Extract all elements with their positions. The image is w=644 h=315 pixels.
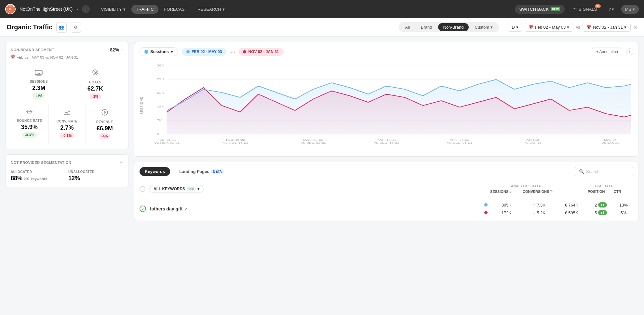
not-provided-grid: ALLOCATED 88% 291 keywords UNALLOCATED 1…: [11, 170, 123, 182]
keyword-metric-row2: 172K ⊙ 5.2K € 595K 5 +1 5%: [484, 209, 633, 217]
svg-rect-0: [35, 70, 42, 75]
svg-text:VS JAN 15: VS JAN 15: [524, 141, 542, 144]
svg-text:VS DEC, 31 '21: VS DEC, 31 '21: [447, 141, 472, 144]
svg-text:FEB, 16 '22: FEB, 16 '22: [226, 138, 245, 141]
keywords-count-badge: 290: [186, 187, 196, 191]
keyword-check-1[interactable]: ✓: [140, 206, 146, 212]
switch-back-button[interactable]: SWITCH BACK NEW: [515, 5, 565, 14]
chart-info-button[interactable]: i: [626, 48, 633, 55]
metric-bounce: BOUNCE RATE 35.9% -0.3%: [11, 104, 48, 144]
all-keywords-radio[interactable]: [140, 186, 145, 192]
segment-header: NON-BRAND SEGMENT 82% −: [11, 47, 123, 52]
signals-badge: 98: [595, 4, 601, 8]
np-unallocated-label: UNALLOCATED: [68, 170, 123, 174]
metric-sessions: SESSIONS 2.3M +1%: [11, 64, 67, 104]
legend-dot-blue: [186, 50, 190, 53]
kw-conversions-1: ⊙ 7.3K: [523, 203, 555, 208]
filter-brand[interactable]: Brand: [416, 23, 437, 31]
help-button[interactable]: ? ▾: [605, 5, 617, 14]
search-icon: 🔍: [579, 169, 584, 174]
svg-text:APR, 04 '22: APR, 04 '22: [450, 138, 469, 141]
nav-tab-research[interactable]: RESEARCH ▾: [193, 5, 229, 14]
new-badge: NEW: [551, 7, 560, 11]
keywords-filter-row: ALL KEYWORDS 290 ▾ ANALYTICS DATA GSC DA…: [134, 181, 638, 197]
tab-keywords[interactable]: Keywords: [140, 167, 170, 176]
goals-change: -1%: [89, 93, 101, 99]
kw-position-1: 2 +1: [588, 202, 614, 208]
annotation-button[interactable]: + Annotation: [592, 48, 622, 56]
goals-label: GOALS: [89, 80, 101, 84]
svg-text:MAR, 18 '22: MAR, 18 '22: [376, 138, 396, 141]
svg-text:APR 19: APR 19: [526, 138, 539, 141]
calendar-icon-1: 📅: [529, 25, 534, 30]
top-navigation: NOT ON HIGH ST NotOnTheHighStreet (UK) ▾…: [0, 0, 644, 18]
info-button[interactable]: i: [82, 5, 90, 13]
gsc-data-label: GSC DATA: [575, 184, 633, 188]
sessions-dropdown[interactable]: Sessions ▾: [140, 47, 178, 56]
np-unallocated-value: 12%: [68, 175, 123, 182]
all-keywords-button[interactable]: ALL KEYWORDS 290 ▾: [149, 185, 204, 193]
tab-landing-pages[interactable]: Landing Pages BETA: [174, 167, 229, 176]
keyword-name-1: fathers day gift ↗: [150, 206, 484, 211]
all-kw-chevron: ▾: [197, 187, 199, 191]
revenue-change: -4%: [99, 133, 111, 139]
legend-date2: NOV 02 - JAN 31: [238, 48, 283, 56]
right-panel: Sessions ▾ FEB 02 - MAY 03 vs NOV 02 - J…: [134, 42, 639, 310]
kw-ctr-1b: 5%: [614, 210, 633, 215]
calendar-icon-2: 📅: [587, 25, 592, 30]
page-header: Organic Traffic 👥 ⚙ All Brand Non-Brand …: [0, 18, 644, 36]
col-conversions-header[interactable]: CONVERSIONS ⇅: [523, 189, 555, 193]
page-title: Organic Traffic: [7, 23, 52, 31]
segment-date: 📅 FEB 02 - MAY 03 vs NOV 02 - JAN 31: [11, 55, 123, 59]
brand-filter-tabs: All Brand Non-Brand Custom ▾: [399, 22, 499, 32]
ms-button[interactable]: MS ▾: [621, 5, 639, 14]
gear-icon: ⚙: [74, 25, 78, 30]
search-input-box[interactable]: 🔍 Search: [575, 167, 633, 176]
nav-tab-traffic[interactable]: TRAFFIC: [131, 5, 158, 14]
svg-text:0: 0: [157, 132, 159, 136]
filter-nonbrand[interactable]: Non-Brand: [438, 23, 469, 31]
sessions-change: +1%: [33, 93, 45, 99]
nav-tab-forecast[interactable]: FORECAST: [160, 5, 192, 14]
nav-tab-visibility[interactable]: VISIBILITY ▾: [96, 5, 130, 14]
share-icon-button[interactable]: 👥: [56, 22, 67, 33]
visibility-chevron: ▾: [123, 7, 126, 12]
segment-pct: 82% −: [110, 47, 123, 52]
settings-icon-button[interactable]: ⚙: [71, 22, 81, 33]
signals-button[interactable]: 〜 SIGNALS 98: [569, 4, 601, 14]
site-dropdown-arrow[interactable]: ▾: [76, 7, 78, 11]
col-position-header[interactable]: POSITION: [588, 190, 614, 193]
nav-tabs: VISIBILITY ▾ TRAFFIC FORECAST RESEARCH ▾: [96, 5, 229, 14]
chart-area: 36K 29K 22K 15K 7K 0 SESSIONS: [140, 60, 633, 151]
keyword-link-1[interactable]: ↗: [184, 207, 187, 211]
revenue-icon: [101, 109, 108, 118]
filter-all[interactable]: All: [400, 23, 415, 31]
segment-title: NON-BRAND SEGMENT: [11, 48, 54, 52]
kw-sessions-1b: 172K: [490, 210, 523, 215]
help-chevron: ▾: [612, 7, 614, 12]
d-chevron: ▾: [516, 25, 518, 30]
metrics-grid-top: SESSIONS 2.3M +1% GOALS 62.7K -1%: [11, 64, 123, 104]
custom-chevron: ▾: [490, 25, 493, 30]
conv-label: CONV. RATE: [56, 120, 77, 123]
segment-card: NON-BRAND SEGMENT 82% − 📅 FEB 02 - MAY 0…: [5, 42, 129, 149]
keywords-header: Keywords Landing Pages BETA 🔍 Search: [134, 162, 638, 181]
not-provided-edit-icon[interactable]: ✏: [120, 160, 123, 165]
date-range-1-button[interactable]: 📅 Feb 02 - May 03 ▾: [525, 23, 574, 32]
close-comparison-button[interactable]: ✕: [633, 24, 637, 30]
site-name: NotOnTheHighStreet (UK): [20, 7, 73, 12]
np-allocated: ALLOCATED 88% 291 keywords: [11, 170, 66, 182]
svg-text:22K: 22K: [157, 91, 164, 94]
col-sessions-header[interactable]: SESSIONS ↓: [490, 190, 523, 193]
svg-text:7K: 7K: [157, 119, 162, 122]
kw-conversions-1b: ⊙ 5.2K: [523, 210, 555, 215]
revenue-value: €6.9M: [97, 125, 113, 132]
sessions-dot: [144, 50, 148, 54]
svg-text:29K: 29K: [157, 78, 164, 81]
filter-custom[interactable]: Custom ▾: [469, 23, 498, 31]
svg-text:VS NOV, 01 '21: VS NOV, 01 '21: [154, 141, 180, 144]
col-ctr-header[interactable]: CTR: [614, 190, 633, 193]
left-panel: NON-BRAND SEGMENT 82% − 📅 FEB 02 - MAY 0…: [5, 42, 129, 310]
date-range-2-button[interactable]: 📅 Nov 02 - Jan 31 ▾: [583, 23, 631, 32]
granularity-button[interactable]: D ▾: [508, 23, 522, 32]
